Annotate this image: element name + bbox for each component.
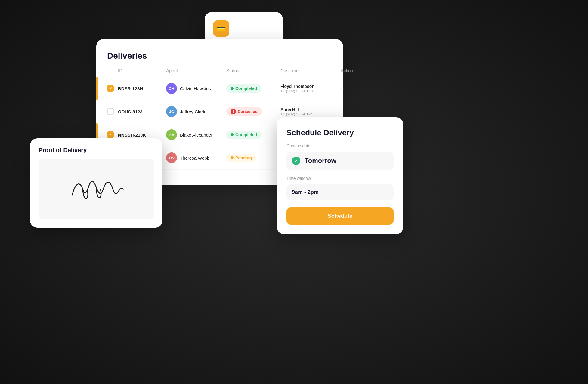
cell-status: ! Cancelled [226, 107, 280, 116]
table-header: ID Agent Status Customer Action [107, 68, 332, 77]
checkbox-checked[interactable] [107, 85, 114, 92]
cash-icon: 💳 [217, 24, 226, 33]
checkbox-checked[interactable] [107, 131, 114, 138]
cell-status: Completed [226, 131, 280, 139]
signature-area [39, 159, 154, 219]
col-agent: Agent [166, 68, 226, 73]
agent-name: Jeffrey Clark [180, 109, 205, 114]
col-action: Action [341, 68, 365, 73]
customer-phone: +1 (202) 555-0124 [280, 112, 341, 116]
cell-customer: Floyd Thompson +1 (202) 555-0123 [280, 84, 341, 93]
proof-title: Proof of Delivery [39, 147, 154, 154]
schedule-title: Schedule Delivery [286, 128, 394, 137]
col-checkbox [107, 68, 118, 73]
cell-agent: JC Jeffrey Clark [166, 106, 226, 117]
time-window-label: Time window [286, 176, 394, 181]
cell-action[interactable]: ··· [341, 85, 365, 92]
date-check-icon: ✓ [292, 157, 300, 165]
avatar: JC [166, 106, 177, 117]
avatar: BA [166, 129, 177, 140]
schedule-delivery-card: Schedule Delivery Choose date ✓ Tomorrow… [277, 117, 403, 234]
customer-phone: +1 (202) 555-0123 [280, 89, 341, 93]
schedule-button[interactable]: Schedule [286, 207, 394, 225]
status-badge: ! Cancelled [226, 107, 262, 116]
time-window-value[interactable]: 9am - 2pm [286, 184, 394, 200]
avatar: TW [166, 152, 177, 163]
agent-name: Blake Alexander [180, 132, 212, 137]
col-id: ID [118, 68, 166, 73]
cell-id: NNSSH-21JK [118, 132, 166, 137]
agent-name: Theresa Webb [180, 155, 209, 161]
cash-icon-wrapper: 💳 [213, 20, 229, 37]
status-dot [231, 156, 234, 159]
cell-action[interactable]: ··· [341, 108, 365, 115]
checkbox-unchecked[interactable] [107, 108, 114, 115]
status-badge: Pending [226, 154, 256, 162]
agent-name: Calvin Hawkins [180, 86, 211, 91]
cell-checkbox[interactable] [107, 131, 118, 138]
table-row: BDSR-123H CH Calvin Hawkins Completed Fl… [107, 77, 332, 100]
choose-date-label: Choose date [286, 143, 394, 148]
col-customer: Customer [280, 68, 341, 73]
date-value: Tomorrow [305, 157, 336, 165]
status-badge: Completed [226, 131, 261, 139]
cell-customer: Anna Hill +1 (202) 555-0124 [280, 107, 341, 116]
customer-name: Floyd Thompson [280, 84, 341, 89]
cell-id: BDSR-123H [118, 86, 166, 91]
cell-status: Pending [226, 154, 280, 162]
status-dot [231, 133, 234, 136]
customer-name: Anna Hill [280, 107, 341, 112]
cell-agent: CH Calvin Hawkins [166, 83, 226, 94]
cell-status: Completed [226, 84, 280, 93]
cell-agent: BA Blake Alexander [166, 129, 226, 140]
cell-checkbox[interactable] [107, 108, 118, 115]
deliveries-title: Deliveries [107, 51, 332, 61]
avatar: CH [166, 83, 177, 94]
date-option[interactable]: ✓ Tomorrow [286, 152, 394, 170]
col-status: Status [226, 68, 280, 73]
signature-svg [66, 174, 126, 204]
cell-agent: TW Theresa Webb [166, 152, 226, 163]
status-dot [231, 87, 234, 90]
cell-id: ODHS-8123 [118, 109, 166, 114]
cell-checkbox[interactable] [107, 85, 118, 92]
proof-of-delivery-card: Proof of Delivery [30, 138, 162, 228]
status-badge: Completed [226, 84, 261, 93]
cancel-icon: ! [231, 109, 236, 114]
